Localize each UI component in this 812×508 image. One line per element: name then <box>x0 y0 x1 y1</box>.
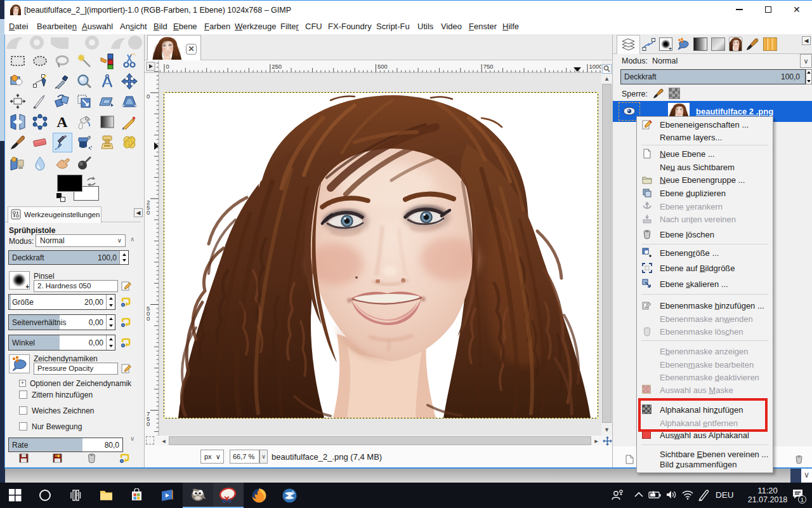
svg-text:0: 0 <box>147 93 150 100</box>
svg-text:250: 250 <box>272 63 282 70</box>
svg-text:500: 500 <box>377 63 388 70</box>
svg-text:0: 0 <box>147 420 150 427</box>
svg-text:A: A <box>56 114 68 130</box>
svg-text:750: 750 <box>483 63 494 70</box>
svg-text:1000: 1000 <box>589 63 603 70</box>
svg-text:0: 0 <box>166 63 169 70</box>
svg-text:0: 0 <box>147 315 150 322</box>
svg-text:0: 0 <box>147 209 150 216</box>
